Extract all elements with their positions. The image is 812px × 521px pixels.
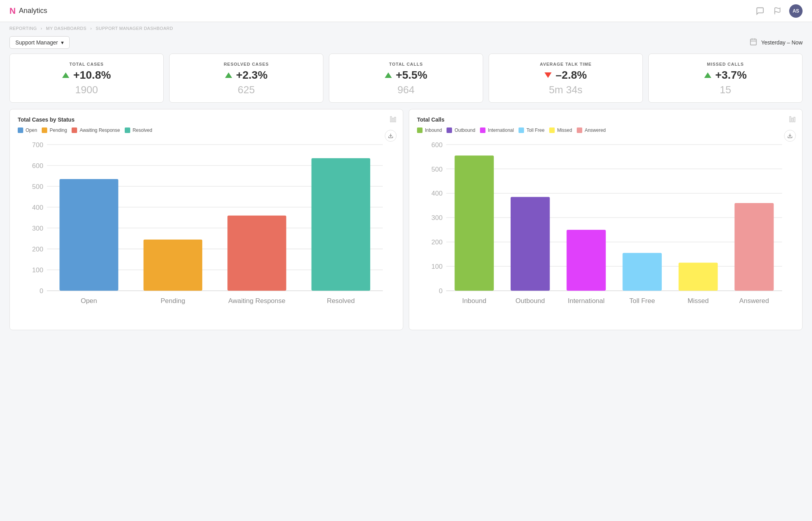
kpi-card-2: TOTAL CALLS +5.5% 964 [329, 54, 483, 103]
svg-text:400: 400 [432, 190, 443, 197]
calls-legend: InboundOutboundInternationalToll FreeMis… [417, 127, 794, 133]
kpi-change-row: +3.7% [704, 69, 747, 81]
kpi-percentage: –2.8% [555, 69, 587, 81]
bar-label: Answered [739, 297, 769, 305]
kpi-value: 1900 [75, 84, 98, 96]
up-arrow-icon [704, 72, 711, 78]
breadcrumb-current: SUPPORT MANAGER DASHBOARD [96, 26, 173, 31]
legend-color-dot [18, 127, 23, 133]
legend-item: Awaiting Response [72, 127, 120, 133]
calls-chart-svg: 0100200300400500600InboundOutboundIntern… [417, 139, 794, 323]
user-avatar[interactable]: AS [789, 4, 803, 18]
dropdown-arrow-icon: ▾ [61, 39, 64, 46]
kpi-label: TOTAL CASES [69, 62, 103, 67]
legend-label: Pending [50, 127, 67, 133]
kpi-percentage: +10.8% [73, 69, 111, 81]
legend-item: Toll Free [519, 127, 544, 133]
flag-icon[interactable] [772, 6, 783, 17]
kpi-percentage: +2.3% [236, 69, 268, 81]
down-arrow-icon [544, 72, 552, 78]
kpi-value: 5m 34s [549, 84, 582, 96]
legend-item: Inbound [417, 127, 442, 133]
legend-color-dot [519, 127, 524, 133]
toolbar: Support Manager ▾ Yesterday – Now [0, 33, 812, 54]
bar-label: Missed [688, 297, 709, 305]
svg-text:100: 100 [432, 263, 443, 270]
bar [567, 230, 606, 291]
bar-label: Toll Free [629, 297, 655, 305]
legend-label: Awaiting Response [79, 127, 120, 133]
calls-chart-menu-icon[interactable] [789, 116, 796, 125]
kpi-value: 15 [720, 84, 731, 96]
cases-legend: OpenPendingAwaiting ResponseResolved [18, 127, 395, 133]
legend-color-dot [42, 127, 47, 133]
cases-chart-card: Total Cases by Status OpenPendingAwaitin… [9, 109, 403, 330]
kpi-label: AVERAGE TALK TIME [540, 62, 591, 67]
kpi-label: RESOLVED CASES [224, 62, 269, 67]
svg-text:700: 700 [32, 141, 43, 149]
legend-label: Inbound [425, 127, 442, 133]
svg-rect-5 [390, 116, 391, 122]
kpi-percentage: +5.5% [396, 69, 427, 81]
calls-download-button[interactable] [784, 130, 796, 142]
legend-item: Open [18, 127, 37, 133]
legend-color-dot [549, 127, 555, 133]
bar [312, 158, 370, 291]
svg-text:0: 0 [439, 287, 442, 295]
kpi-card-3: AVERAGE TALK TIME –2.8% 5m 34s [489, 54, 643, 103]
svg-text:600: 600 [432, 141, 443, 149]
svg-text:500: 500 [432, 166, 443, 173]
kpi-change-row: +5.5% [385, 69, 427, 81]
cases-download-button[interactable] [385, 130, 397, 142]
kpi-value: 964 [397, 84, 414, 96]
legend-label: Open [26, 127, 37, 133]
bar [59, 179, 118, 291]
svg-text:300: 300 [432, 214, 443, 222]
chat-icon[interactable] [755, 6, 766, 17]
bar [144, 240, 202, 291]
header-left: N Analytics [9, 6, 47, 16]
bar [511, 197, 550, 290]
app-logo: N [9, 6, 16, 16]
dashboard-name: Support Manager [15, 39, 58, 46]
legend-color-dot [72, 127, 77, 133]
svg-rect-7 [395, 117, 396, 122]
legend-label: Outbound [454, 127, 475, 133]
bar [455, 155, 494, 290]
dashboard-selector[interactable]: Support Manager ▾ [9, 36, 70, 49]
legend-color-dot [447, 127, 452, 133]
kpi-card-1: RESOLVED CASES +2.3% 625 [169, 54, 323, 103]
app-title: Analytics [19, 7, 47, 15]
svg-rect-28 [794, 117, 795, 122]
legend-color-dot [480, 127, 485, 133]
legend-item: Answered [577, 127, 605, 133]
up-arrow-icon [62, 72, 69, 78]
cases-chart-menu-icon[interactable] [389, 116, 397, 125]
bar-label: Open [81, 297, 97, 305]
breadcrumb: REPORTING › MY DASHBOARDS › SUPPORT MANA… [0, 22, 812, 33]
kpi-card-4: MISSED CALLS +3.7% 15 [648, 54, 803, 103]
kpi-change-row: +2.3% [225, 69, 268, 81]
date-range-picker[interactable]: Yesterday – Now [749, 38, 803, 48]
legend-label: Resolved [133, 127, 152, 133]
svg-text:400: 400 [32, 204, 43, 211]
charts-row: Total Cases by Status OpenPendingAwaitin… [0, 109, 812, 340]
breadcrumb-dashboards: MY DASHBOARDS [46, 26, 87, 31]
kpi-card-0: TOTAL CASES +10.8% 1900 [9, 54, 164, 103]
cases-chart-title: Total Cases by Status [18, 116, 395, 123]
kpi-percentage: +3.7% [715, 69, 747, 81]
bar-label: Outbound [515, 297, 545, 305]
legend-item: Resolved [125, 127, 152, 133]
bar [679, 263, 718, 291]
legend-item: Pending [42, 127, 67, 133]
bar [623, 253, 662, 291]
svg-text:600: 600 [32, 162, 43, 170]
kpi-change-row: –2.8% [544, 69, 587, 81]
kpi-label: MISSED CALLS [707, 62, 744, 67]
svg-text:0: 0 [39, 287, 43, 295]
kpi-row: TOTAL CASES +10.8% 1900 RESOLVED CASES +… [0, 54, 812, 109]
svg-rect-6 [393, 118, 394, 122]
svg-text:100: 100 [32, 266, 43, 274]
bar-label: Awaiting Response [228, 297, 285, 305]
kpi-change-row: +10.8% [62, 69, 111, 81]
